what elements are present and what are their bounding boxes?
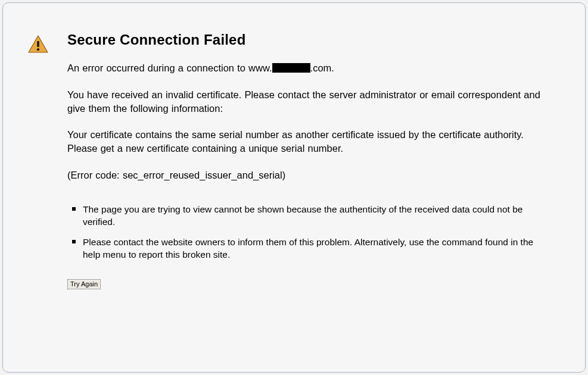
error-intro-paragraph: An error occurred during a connection to… [67, 61, 555, 75]
list-item: The page you are trying to view cannot b… [83, 204, 555, 229]
svg-rect-1 [37, 41, 39, 47]
invalid-cert-paragraph: You have received an invalid certificate… [67, 88, 555, 115]
header-row: Secure Connection Failed An error occurr… [28, 32, 555, 289]
page-title: Secure Connection Failed [67, 32, 555, 48]
error-code-paragraph: (Error code: sec_error_reused_issuer_and… [67, 168, 555, 182]
info-bullet-list: The page you are trying to view cannot b… [67, 204, 555, 262]
error-intro-prefix: An error occurred during a connection to… [67, 62, 272, 73]
error-intro-suffix: .com. [310, 62, 334, 73]
warning-icon [28, 35, 48, 55]
serial-info-paragraph: Your certificate contains the same seria… [67, 128, 555, 155]
list-item: Please contact the website owners to inf… [83, 236, 555, 261]
error-panel: Secure Connection Failed An error occurr… [2, 2, 586, 373]
svg-point-2 [37, 48, 39, 51]
redacted-domain [272, 63, 310, 73]
try-again-button[interactable]: Try Again [67, 279, 101, 289]
content-column: Secure Connection Failed An error occurr… [67, 32, 555, 289]
